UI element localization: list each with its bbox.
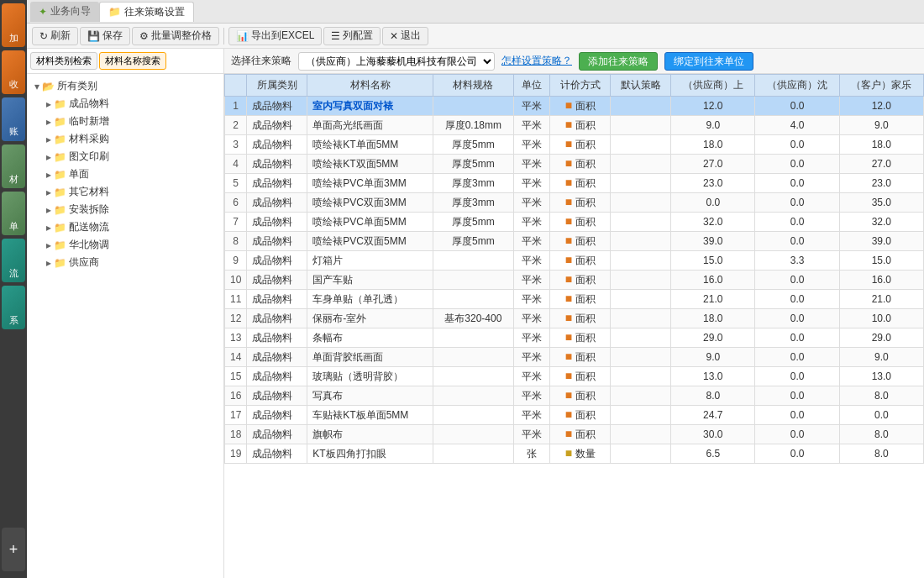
- cell-sup-sn: 0.0: [755, 309, 839, 328]
- cell-spec: [433, 406, 514, 425]
- table-row: 8 成品物料 喷绘裱PVC双面5MM 厚度5mm 平米 ■ 面积 39.0 0.…: [225, 232, 924, 251]
- cell-unit: 平米: [513, 135, 550, 155]
- refresh-button[interactable]: ↻ 刷新: [32, 27, 78, 45]
- cell-sup-sh: 6.5: [671, 444, 755, 464]
- cell-cus-jl: 13.0: [839, 367, 923, 386]
- table-header-row: 所属类别 材料名称 材料规格 单位 计价方式 默认策略 （供应商）上 （供应商）…: [225, 75, 924, 97]
- cell-default: [611, 97, 671, 116]
- cell-cus-jl: 29.0: [839, 328, 923, 348]
- tree-item-north[interactable]: ▸ 📁 华北物调: [30, 236, 220, 254]
- cell-name[interactable]: KT板四角打扣眼: [307, 444, 433, 464]
- cell-name[interactable]: 旗帜布: [307, 425, 433, 444]
- tree-item-temp[interactable]: ▸ 📁 临时新增: [30, 113, 220, 130]
- exit-button[interactable]: ✕ 退出: [382, 27, 428, 45]
- cell-spec: [433, 348, 514, 367]
- export-excel-button[interactable]: 📊 导出到EXCEL: [228, 27, 322, 45]
- tree-item-label: 配送物流: [69, 220, 109, 234]
- search-name-btn[interactable]: 材料名称搜索: [99, 52, 166, 70]
- cell-num: 10: [225, 271, 247, 290]
- tree-item-single[interactable]: ▸ 📁 单面: [30, 166, 220, 183]
- tree-item-all[interactable]: ▾ 📂 所有类别: [30, 77, 220, 95]
- cell-default: [611, 309, 671, 328]
- table-row: 10 成品物料 国产车贴 平米 ■ 面积 16.0 0.0 16.0: [225, 271, 924, 290]
- table-row: 3 成品物料 喷绘裱KT单面5MM 厚度5mm 平米 ■ 面积 18.0 0.0…: [225, 135, 924, 155]
- tree-item-purchase[interactable]: ▸ 📁 材料采购: [30, 130, 220, 148]
- cell-calc: ■ 面积: [550, 386, 611, 406]
- cell-name[interactable]: 喷绘裱PVC双面5MM: [307, 232, 433, 251]
- cell-calc: ■ 面积: [550, 290, 611, 309]
- cell-name[interactable]: 灯箱片: [307, 251, 433, 271]
- cell-name[interactable]: 车身单贴（单孔透）: [307, 290, 433, 309]
- sidebar-btn-order[interactable]: 单: [2, 192, 25, 235]
- sidebar-btn-plus[interactable]: +: [2, 528, 25, 571]
- cell-num: 19: [225, 444, 247, 464]
- save-button[interactable]: 💾 保存: [80, 27, 130, 45]
- cell-spec: [433, 271, 514, 290]
- cell-name[interactable]: 国产车贴: [307, 271, 433, 290]
- cell-name[interactable]: 玻璃贴（透明背胶）: [307, 367, 433, 386]
- cell-calc: ■ 面积: [550, 97, 611, 116]
- cell-unit: 平米: [513, 386, 550, 406]
- table-row: 6 成品物料 喷绘裱PVC双面3MM 厚度3mm 平米 ■ 面积 0.0 0.0…: [225, 193, 924, 213]
- tree-item-delivery[interactable]: ▸ 📁 配送物流: [30, 218, 220, 236]
- cell-spec: 厚度5mm: [433, 232, 514, 251]
- tree-item-install[interactable]: ▸ 📁 安装拆除: [30, 201, 220, 218]
- tree-item-supplier[interactable]: ▸ 📁 供应商: [30, 254, 220, 271]
- cell-cus-jl: 0.0: [839, 406, 923, 425]
- cell-name[interactable]: 喷绘裱PVC单面3MM: [307, 174, 433, 193]
- cell-name[interactable]: 喷绘裱PVC单面5MM: [307, 213, 433, 232]
- sidebar-btn-add[interactable]: 加: [2, 3, 25, 47]
- batch-adjust-button[interactable]: ⚙ 批量调整价格: [132, 27, 219, 45]
- cell-category: 成品物料: [247, 251, 307, 271]
- cell-unit: 平米: [513, 155, 550, 174]
- sidebar-btn-flow[interactable]: 流: [2, 239, 25, 282]
- cell-sup-sn: 0.0: [755, 348, 839, 367]
- cell-default: [611, 271, 671, 290]
- cell-sup-sh: 18.0: [671, 135, 755, 155]
- th-default: 默认策略: [611, 75, 671, 97]
- cell-name[interactable]: 喷绘裱KT单面5MM: [307, 135, 433, 155]
- cell-name[interactable]: 喷绘裱KT双面5MM: [307, 155, 433, 174]
- tab-strategy-setting[interactable]: 📁 往来策略设置: [99, 2, 194, 22]
- cell-name[interactable]: 单面背胶纸画面: [307, 348, 433, 367]
- cell-name[interactable]: 室内写真双面对裱: [307, 97, 433, 116]
- cell-calc: ■ 面积: [550, 193, 611, 213]
- expand-icon: ▸: [44, 222, 54, 234]
- column-config-button[interactable]: ☰ 列配置: [323, 27, 381, 45]
- search-category-btn[interactable]: 材料类别检索: [30, 52, 97, 70]
- cell-calc: ■ 面积: [550, 232, 611, 251]
- tree-item-other[interactable]: ▸ 📁 其它材料: [30, 183, 220, 201]
- cell-unit: 平米: [513, 406, 550, 425]
- sidebar-btn-account[interactable]: 账: [2, 97, 25, 141]
- cell-sup-sn: 0.0: [755, 328, 839, 348]
- filter-help-link[interactable]: 怎样设置策略？: [501, 54, 572, 68]
- sidebar-btn-system[interactable]: 系: [2, 286, 25, 329]
- cell-default: [611, 348, 671, 367]
- exit-icon: ✕: [390, 30, 398, 42]
- cell-sup-sn: 0.0: [755, 174, 839, 193]
- cell-unit: 平米: [513, 251, 550, 271]
- cell-unit: 平米: [513, 116, 550, 135]
- cell-unit: 平米: [513, 97, 550, 116]
- cell-name[interactable]: 条幅布: [307, 328, 433, 348]
- cell-name[interactable]: 车贴裱KT板单面5MM: [307, 406, 433, 425]
- tree-item-graphic[interactable]: ▸ 📁 图文印刷: [30, 148, 220, 166]
- cell-sup-sn: 0.0: [755, 386, 839, 406]
- folder-icon: 📁: [54, 116, 66, 128]
- tree-item-finished[interactable]: ▸ 📁 成品物料: [30, 95, 220, 113]
- tab-business-guide[interactable]: ✦ 业务向导: [30, 2, 99, 22]
- cell-name[interactable]: 单面高光纸画面: [307, 116, 433, 135]
- cell-default: [611, 444, 671, 464]
- filter-select[interactable]: （供应商）上海藜藜机电科技有限公司: [298, 52, 495, 71]
- add-strategy-button[interactable]: 添加往来策略: [579, 52, 658, 71]
- cell-name[interactable]: 喷绘裱PVC双面3MM: [307, 193, 433, 213]
- sidebar-btn-material[interactable]: 材: [2, 144, 25, 188]
- bind-unit-button[interactable]: 绑定到往来单位: [664, 52, 753, 71]
- cell-sup-sh: 18.0: [671, 309, 755, 328]
- cell-name[interactable]: 写真布: [307, 386, 433, 406]
- sidebar-btn-recv[interactable]: 收: [2, 50, 25, 94]
- cell-spec: 厚度5mm: [433, 213, 514, 232]
- cell-spec: [433, 97, 514, 116]
- cell-name[interactable]: 保丽布-室外: [307, 309, 433, 328]
- cell-default: [611, 116, 671, 135]
